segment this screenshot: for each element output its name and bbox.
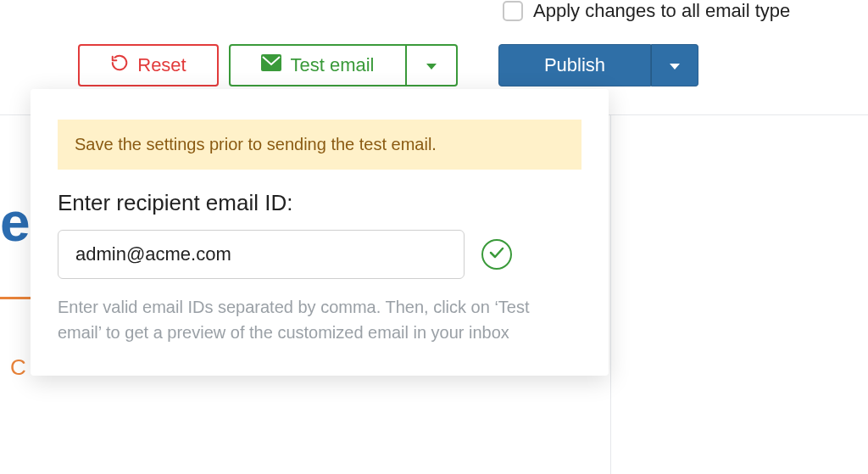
toolbar: Reset Test email Publish [78, 44, 698, 86]
recipient-input-row [58, 230, 581, 279]
reset-button[interactable]: Reset [78, 44, 219, 86]
page-stage: e C Apply changes to all email type Rese… [0, 0, 868, 474]
reset-icon [110, 53, 129, 77]
publish-button[interactable]: Publish [498, 44, 651, 86]
confirm-email-button[interactable] [481, 239, 512, 270]
check-icon [489, 247, 504, 262]
caret-down-icon [669, 54, 681, 76]
bg-orange-char: C [10, 354, 26, 381]
test-email-group: Test email [229, 44, 458, 86]
apply-all-label: Apply changes to all email type [533, 0, 790, 22]
caret-down-icon [426, 54, 437, 76]
recipient-helper-text: Enter valid email IDs separated by comma… [58, 294, 549, 345]
test-email-label: Test email [290, 54, 374, 76]
bg-right-divider [610, 114, 611, 474]
test-email-popover: Save the settings prior to sending the t… [31, 89, 609, 376]
reset-label: Reset [137, 54, 186, 76]
apply-all-checkbox[interactable] [503, 1, 523, 21]
publish-group: Publish [498, 44, 698, 86]
warning-banner: Save the settings prior to sending the t… [58, 120, 581, 170]
publish-caret-button[interactable] [651, 44, 698, 86]
apply-all-row: Apply changes to all email type [503, 0, 790, 22]
mail-icon [261, 54, 281, 76]
bg-orange-underline [0, 297, 31, 299]
test-email-button[interactable]: Test email [229, 44, 407, 86]
bg-blue-text-fragment: e [0, 191, 31, 254]
svg-rect-0 [261, 54, 281, 71]
recipient-prompt: Enter recipient email ID: [58, 190, 581, 216]
recipient-email-input[interactable] [58, 230, 465, 279]
publish-label: Publish [544, 54, 605, 76]
test-email-caret-button[interactable] [407, 44, 458, 86]
